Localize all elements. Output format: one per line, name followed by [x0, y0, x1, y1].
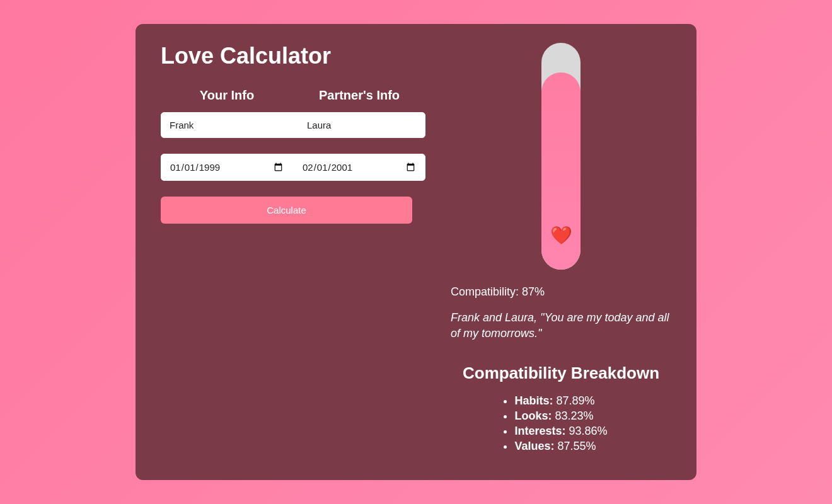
partner-birthday-input[interactable] [293, 154, 425, 181]
partner-name-input[interactable] [298, 112, 425, 138]
breakdown-list: Habits: 87.89% Looks: 83.23% Interests: … [514, 394, 607, 455]
breakdown-item-interests: Interests: 93.86% [514, 425, 607, 438]
compatibility-score: Compatibility: 87% [451, 285, 545, 299]
love-quote: Frank and Laura, "You are my today and a… [451, 310, 671, 341]
page-title: Love Calculator [161, 43, 425, 69]
your-birthday-input[interactable] [161, 154, 293, 181]
breakdown-heading: Compatibility Breakdown [463, 364, 659, 383]
input-headers: Your Info Partner's Info [161, 88, 425, 103]
heart-icon: ❤️ [550, 227, 572, 244]
birthday-input-row [161, 154, 425, 181]
name-input-row [161, 112, 425, 138]
result-panel: ❤️ Compatibility: 87% Frank and Laura, "… [451, 43, 671, 455]
breakdown-item-looks: Looks: 83.23% [514, 410, 607, 423]
calculate-button[interactable]: Calculate [161, 197, 412, 224]
breakdown-label: Looks: [514, 410, 552, 422]
breakdown-item-habits: Habits: 87.89% [514, 394, 607, 408]
breakdown-item-values: Values: 87.55% [514, 440, 607, 453]
breakdown-value: 83.23% [555, 410, 593, 422]
partner-info-header: Partner's Info [293, 88, 425, 103]
breakdown-label: Habits: [514, 394, 553, 407]
breakdown-value: 87.89% [556, 394, 594, 407]
thermometer-fill: ❤️ [541, 72, 581, 270]
your-info-header: Your Info [161, 88, 293, 103]
breakdown-label: Interests: [514, 425, 565, 437]
input-panel: Love Calculator Your Info Partner's Info… [161, 43, 425, 455]
breakdown-value: 93.86% [569, 425, 607, 437]
breakdown-value: 87.55% [558, 440, 596, 452]
love-thermometer: ❤️ [541, 43, 581, 270]
your-name-input[interactable] [161, 112, 298, 138]
love-calculator-card: Love Calculator Your Info Partner's Info… [136, 24, 696, 480]
breakdown-label: Values: [514, 440, 554, 452]
